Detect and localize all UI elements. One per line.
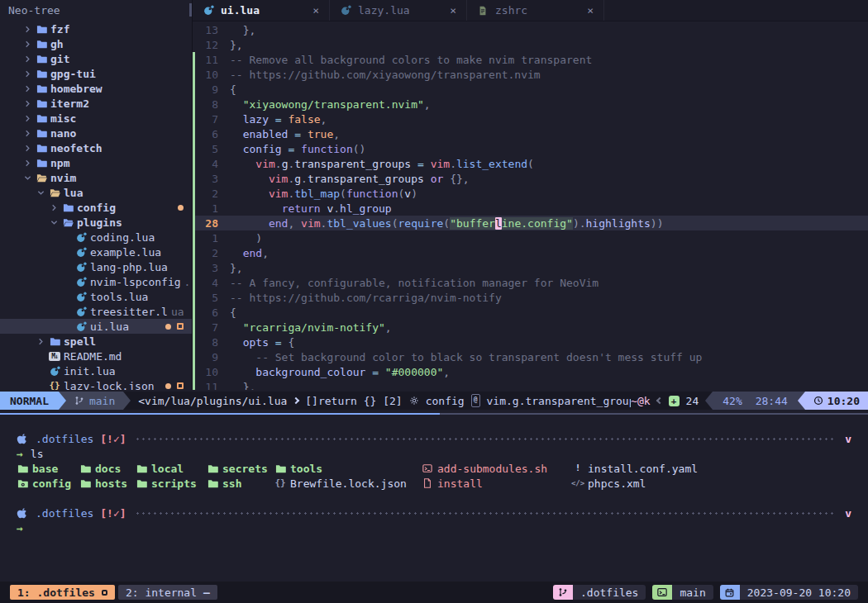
neotree-scrollbar[interactable] [189, 3, 192, 17]
lua-icon [49, 365, 60, 377]
lua-icon [75, 246, 87, 258]
chevron-right-icon[interactable] [23, 115, 32, 122]
tree-item-nvim[interactable]: nvim [0, 170, 192, 185]
code-line[interactable]: 11 }, [193, 379, 868, 390]
tmux-window-1[interactable]: 1: .dotfiles [10, 585, 115, 600]
tree-item-iterm2[interactable]: iterm2 [0, 96, 192, 111]
tree-item-coding-lua[interactable]: coding.lua [0, 230, 192, 245]
tree-item-init-lua[interactable]: init.lua [0, 363, 192, 378]
tree-item-ui-lua[interactable]: ui.lua [0, 319, 192, 334]
tmux-window-2[interactable]: 2: internal– [118, 585, 217, 600]
tab-ui-lua[interactable]: ui.lua× [193, 0, 330, 21]
tree-item-label: homebrew [50, 83, 103, 95]
git-branch-segment[interactable]: main [66, 392, 123, 410]
tree-item-homebrew[interactable]: homebrew [0, 81, 192, 96]
folder-open-icon [62, 216, 74, 228]
tree-item-treesitter-l[interactable]: treesitter.lua [0, 304, 192, 319]
chevron-right-icon[interactable] [23, 70, 32, 78]
shell-input-line[interactable]: → [0, 520, 868, 535]
tree-item-npm[interactable]: npm [0, 155, 192, 170]
chevron-right-icon[interactable] [36, 338, 45, 345]
code-line[interactable]: 2 end, [193, 245, 868, 260]
code-line[interactable]: 7 lazy = false, [193, 112, 868, 126]
shellfile-icon [477, 5, 489, 17]
prompt-vi-mode-flag: v [845, 507, 851, 520]
tree-item-misc[interactable]: misc [0, 111, 192, 126]
code-text: }, [218, 381, 255, 391]
code-line[interactable]: 8 opts = { [193, 335, 868, 349]
tree-item-lazy-lock-json[interactable]: {}lazy-lock.json [0, 378, 192, 390]
code-token: { [230, 306, 236, 319]
chevron-down-icon[interactable] [50, 219, 59, 226]
chevron-right-icon[interactable] [23, 145, 32, 152]
code-line[interactable]: 9 -- Set background color to black so tr… [193, 349, 868, 364]
tree-item-config[interactable]: config [0, 200, 192, 215]
chevron-down-icon[interactable] [36, 189, 45, 197]
tree-item-nvim-lspconfig[interactable]: nvim-lspconfig. [0, 274, 192, 289]
chevron-right-icon[interactable] [23, 130, 32, 137]
code-token: , [288, 217, 301, 230]
code-line[interactable]: 8 "xiyaowong/transparent.nvim", [193, 97, 868, 112]
ls-entry-name: phpcs.xml [588, 477, 646, 490]
ls-entry-local: local [136, 463, 207, 475]
line-number: 6 [195, 306, 218, 319]
code-token: tbl_values [327, 217, 391, 230]
tree-item-label: coding.lua [90, 231, 155, 244]
code-line[interactable]: 5-- https://github.com/rcarriga/nvim-not… [193, 290, 868, 305]
code-line[interactable]: 13 }, [193, 22, 868, 37]
apple-icon [17, 433, 28, 444]
chevron-right-icon[interactable] [23, 40, 32, 48]
code-line[interactable]: 12}, [193, 37, 868, 52]
ls-entry-name: ssh [222, 477, 241, 490]
code-line[interactable]: 11-- Remove all background colors to mak… [193, 52, 868, 67]
code-line[interactable]: 6{ [193, 305, 868, 320]
chevron-right-icon[interactable] [23, 85, 32, 93]
tree-item-tools-lua[interactable]: tools.lua [0, 289, 192, 304]
tree-item-example-lua[interactable]: example.lua [0, 245, 192, 259]
code-line[interactable]: 1 return v.hl_group [193, 201, 868, 216]
chevron-right-icon[interactable] [23, 159, 32, 167]
tree-item-readme-md[interactable]: M↓README.md [0, 349, 192, 363]
code-line[interactable]: 2 vim.tbl_map(function(v) [193, 186, 868, 201]
tree-item-fzf[interactable]: fzf [0, 21, 192, 36]
tab-zshrc[interactable]: zshrc× [467, 0, 604, 21]
chevron-right-icon[interactable] [23, 55, 32, 63]
code-line[interactable]: 6 enabled = true, [193, 126, 868, 141]
code-line[interactable]: 1 ) [193, 230, 868, 245]
code-line[interactable]: 3}, [193, 260, 868, 275]
code-line[interactable]: 9{ [193, 82, 868, 97]
code-line[interactable]: 7 "rcarriga/nvim-notify", [193, 320, 868, 335]
code-line[interactable]: 4-- A fancy, configurable, notification … [193, 275, 868, 290]
close-icon[interactable]: × [587, 4, 594, 17]
close-icon[interactable]: × [450, 4, 456, 17]
code-line[interactable]: 10-- https://github.com/xiyaowong/transp… [193, 67, 868, 82]
close-icon[interactable]: × [312, 4, 319, 17]
shell-pane: .dotfiles [!✓]v→lsbasedocslocalsecretsto… [0, 415, 868, 582]
tree-item-gpg-tui[interactable]: gpg-tui [0, 66, 192, 81]
chevron-right-icon[interactable] [23, 100, 32, 107]
code-token [301, 128, 308, 140]
buffer-tabbar: ui.lua×lazy.lua×zshrc× [193, 0, 868, 21]
tree-item-plugins[interactable]: plugins [0, 215, 192, 230]
code-line[interactable]: 28 end, vim.tbl_values(require("bufferli… [193, 216, 868, 230]
code-area[interactable]: 13 },12},11-- Remove all background colo… [193, 21, 868, 390]
tree-item-lang-php-lua[interactable]: lang-php.lua [0, 259, 192, 274]
tree-item-nano[interactable]: nano [0, 126, 192, 140]
code-token: ) [411, 188, 417, 200]
tree-item-spell[interactable]: spell [0, 334, 192, 349]
code-token [230, 188, 269, 200]
chevron-down-icon[interactable] [23, 174, 32, 182]
tree-item-gh[interactable]: gh [0, 36, 192, 51]
tree-item-neofetch[interactable]: neofetch [0, 140, 192, 155]
code-line[interactable]: 3 vim.g.transparent_groups or {}, [193, 171, 868, 186]
tree-item-lua[interactable]: lua [0, 185, 192, 200]
statusline-breadcrumb: <vim/lua/plugins/ui.lua []return {} [2] … [131, 392, 631, 410]
code-line[interactable]: 5 config = function() [193, 141, 868, 156]
chevron-right-icon[interactable] [23, 26, 32, 33]
chevron-right-icon[interactable] [50, 204, 59, 211]
tab-lazy-lua[interactable]: lazy.lua× [330, 0, 467, 21]
folder-open-icon [49, 187, 60, 198]
code-line[interactable]: 4 vim.g.transparent_groups = vim.list_ex… [193, 156, 868, 171]
tree-item-git[interactable]: git [0, 51, 192, 66]
code-line[interactable]: 10 background_colour = "#000000", [193, 364, 868, 379]
